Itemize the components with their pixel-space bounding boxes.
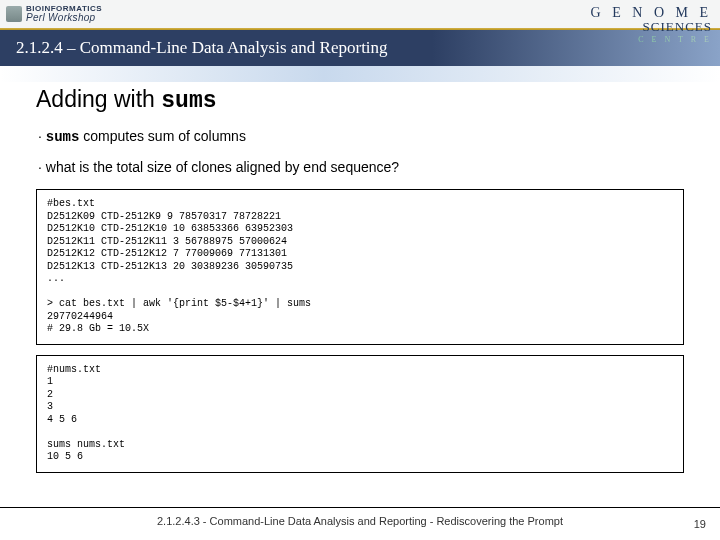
bullet-1-code: sums	[46, 129, 80, 145]
logo-icon	[6, 6, 22, 22]
footer-text: 2.1.2.4.3 - Command-Line Data Analysis a…	[0, 512, 720, 540]
slide-heading: Adding with sums	[36, 86, 684, 114]
heading-prefix: Adding with	[36, 86, 161, 112]
heading-code: sums	[161, 88, 216, 114]
page-number: 19	[694, 518, 706, 530]
header-gradient	[0, 66, 720, 82]
bullet-2-text: what is the total size of clones aligned…	[46, 159, 399, 175]
slide: BIOINFORMATICS Perl Workshop 2.1.2.4 – C…	[0, 0, 720, 540]
footer-divider	[0, 507, 720, 508]
bullet-2: what is the total size of clones aligned…	[36, 159, 684, 175]
bullet-1: sums computes sum of columns	[36, 128, 684, 145]
brand-right-line1: G E N O M E	[562, 0, 712, 20]
brand-right-line2: SCIENCES	[562, 20, 712, 33]
code-block-1: #bes.txt D2512K09 CTD-2512K9 9 78570317 …	[36, 189, 684, 345]
logo-text: BIOINFORMATICS Perl Workshop	[26, 5, 102, 23]
workshop-logo: BIOINFORMATICS Perl Workshop	[6, 5, 102, 23]
bullet-1-text: computes sum of columns	[79, 128, 246, 144]
section-title: 2.1.2.4 – Command-Line Data Analysis and…	[16, 38, 388, 58]
brand-right-line3: C E N T R E	[562, 33, 712, 44]
genome-sciences-brand: G E N O M E SCIENCES C E N T R E	[562, 0, 712, 44]
code-block-2: #nums.txt 1 2 3 4 5 6 sums nums.txt 10 5…	[36, 355, 684, 473]
logo-line2: Perl Workshop	[26, 13, 102, 23]
slide-body: Adding with sums sums computes sum of co…	[36, 86, 684, 500]
